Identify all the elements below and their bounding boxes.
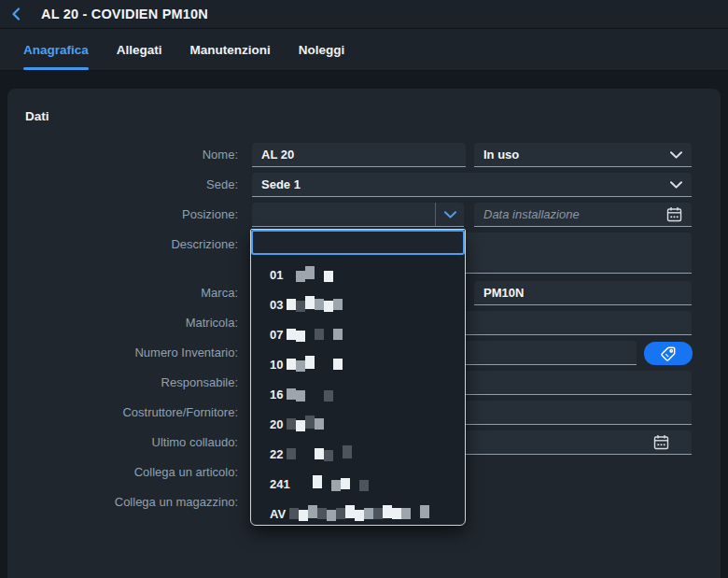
generate-inventory-tag-button[interactable] <box>644 342 693 365</box>
redacted-text-block <box>296 360 305 372</box>
tab-label: Noleggi <box>299 43 345 57</box>
posizione-search-input[interactable] <box>251 230 465 255</box>
redacted-text-block <box>294 478 303 489</box>
option-prefix: 16 <box>270 388 283 402</box>
option-prefix: 20 <box>270 417 283 431</box>
redacted-text-block <box>315 448 324 459</box>
redacted-text-block <box>308 505 317 518</box>
redacted-text-block <box>420 505 429 518</box>
posizione-option[interactable]: 03 <box>251 289 465 319</box>
redacted-text-block <box>333 329 343 340</box>
redacted-text-block <box>315 269 324 280</box>
tab-noleggi[interactable]: Noleggi <box>299 29 345 70</box>
redacted-text-block <box>287 359 296 370</box>
redacted-text-block <box>305 296 315 309</box>
label-marca: Marca: <box>19 281 238 305</box>
redacted-text-block <box>411 510 420 521</box>
redacted-text-block <box>336 508 345 519</box>
panel-title: Dati <box>25 109 49 123</box>
redacted-text-block <box>333 359 343 370</box>
redacted-text-block <box>322 478 331 489</box>
page-title: AL 20 - COVIDIEN PM10N <box>41 7 208 21</box>
posizione-listbox: 01030710162022241AV <box>251 257 465 525</box>
redacted-text-block <box>341 478 350 489</box>
chevron-down-icon <box>670 151 682 159</box>
redacted-text-block <box>305 356 315 369</box>
tab-label: Allegati <box>117 43 162 57</box>
redacted-text-block <box>315 329 324 340</box>
redacted-text-block <box>305 386 315 399</box>
chevron-down-icon <box>670 181 682 189</box>
data-installazione-datepicker[interactable]: Data installazione <box>474 203 692 227</box>
redacted-text-block <box>296 301 305 312</box>
redacted-text-block <box>383 505 392 518</box>
redacted-text-block <box>287 269 296 280</box>
posizione-combobox[interactable] <box>252 203 464 227</box>
sede-select[interactable]: Sede 1 <box>252 173 692 197</box>
nome-input[interactable]: AL 20 <box>252 143 466 167</box>
label-nome: Nome: <box>19 143 238 167</box>
label-matricola: Matricola: <box>19 311 238 335</box>
redacted-text-block <box>315 388 324 400</box>
redacted-text-block <box>315 299 324 310</box>
redacted-text-block <box>289 508 299 519</box>
redacted-text-block <box>296 420 305 431</box>
tab-label: Manutenzioni <box>190 43 271 57</box>
redacted-text-block <box>350 475 359 488</box>
chevron-left-icon <box>10 7 21 21</box>
redacted-text-block <box>287 448 296 459</box>
redacted-text-block <box>331 480 341 491</box>
tab-anagrafica[interactable]: Anagrafica <box>23 29 89 70</box>
modello-input[interactable]: PM10N <box>474 281 692 305</box>
redacted-text-block <box>287 418 296 430</box>
redacted-text-block <box>305 326 315 339</box>
tab-bar: Anagrafica Allegati Manutenzioni Noleggi <box>0 29 728 71</box>
header-bar: AL 20 - COVIDIEN PM10N <box>0 0 728 29</box>
posizione-option[interactable]: 07 <box>251 319 465 349</box>
tab-allegati[interactable]: Allegati <box>117 29 162 70</box>
posizione-option[interactable]: 22 <box>251 439 465 469</box>
redacted-text-block <box>287 299 296 310</box>
tab-manutenzioni[interactable]: Manutenzioni <box>190 29 271 70</box>
redacted-text-block <box>345 505 355 518</box>
label-costruttore-fornitore: Costruttore/Fornitore: <box>19 401 238 425</box>
redacted-text-block <box>296 271 305 282</box>
redacted-text-block <box>305 416 315 429</box>
calendar-icon[interactable] <box>666 206 682 222</box>
label-sede: Sede: <box>19 173 238 197</box>
redacted-text-block <box>305 266 315 279</box>
option-prefix: AV <box>270 507 286 521</box>
posizione-option[interactable]: 16 <box>251 379 465 409</box>
redacted-text-block <box>317 508 327 519</box>
posizione-option[interactable]: 10 <box>251 349 465 379</box>
tab-label: Anagrafica <box>23 43 89 57</box>
chevron-down-icon <box>444 211 456 219</box>
label-collega-articolo: Collega un articolo: <box>19 460 238 485</box>
option-prefix: 01 <box>270 268 283 282</box>
label-descrizione: Descrizione: <box>19 233 238 257</box>
redacted-text-block <box>364 508 373 519</box>
back-button[interactable] <box>0 0 32 29</box>
redacted-text-block <box>327 510 336 521</box>
posizione-dropdown-button[interactable] <box>435 203 464 226</box>
redacted-text-block <box>303 480 313 491</box>
app-window: AL 20 - COVIDIEN PM10N Anagrafica Allega… <box>0 0 728 578</box>
label-numero-inventario: Numero Inventario: <box>19 341 238 365</box>
posizione-dropdown-popup: 01030710162022241AV <box>250 229 466 526</box>
posizione-option[interactable]: 241 <box>251 469 465 499</box>
option-prefix: 10 <box>270 358 283 372</box>
redacted-text-block <box>333 299 343 310</box>
redacted-text-block <box>333 448 343 459</box>
posizione-option[interactable]: 20 <box>251 409 465 439</box>
redacted-text-block <box>401 508 411 519</box>
calendar-icon[interactable] <box>653 434 669 450</box>
redacted-text-block <box>324 360 333 372</box>
posizione-option[interactable]: 01 <box>251 260 465 289</box>
redacted-text-block <box>324 331 333 342</box>
redacted-text-block <box>373 508 383 519</box>
stato-select[interactable]: In uso <box>474 143 692 167</box>
redacted-text-block <box>315 359 324 370</box>
posizione-option[interactable]: AV <box>251 499 465 525</box>
redacted-text-block <box>324 450 333 461</box>
redacted-text-block <box>299 510 308 521</box>
